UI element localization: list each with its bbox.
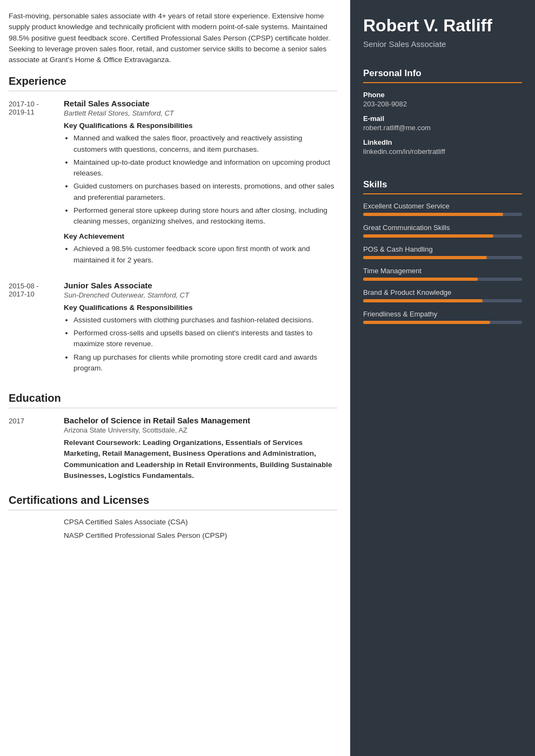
exp-company-1: Bartlett Retail Stores, Stamford, CT [64, 109, 337, 117]
cert-item-1: CPSA Certified Sales Associate (CSA) [9, 518, 337, 526]
skills-container: Excellent Customer Service Great Communi… [363, 202, 522, 324]
exp-bullet: Maintained up-to-date product knowledge … [73, 157, 337, 179]
exp-content-2: Junior Sales Associate Sun-Drenched Oute… [64, 281, 337, 379]
certifications-section: Certifications and Licenses CPSA Certifi… [9, 494, 337, 539]
skill-item-0: Excellent Customer Service [363, 202, 522, 216]
exp-bullets-2: Assisted customers with clothing purchas… [64, 315, 337, 374]
exp-item-2: 2015-08 - 2017-10 Junior Sales Associate… [9, 281, 337, 379]
exp-dates-1: 2017-10 - 2019-11 [9, 99, 57, 271]
edu-content-1: Bachelor of Science in Retail Sales Mana… [64, 416, 337, 481]
phone-value: 203-208-9082 [363, 100, 522, 108]
skill-bar-bg-1 [363, 234, 522, 238]
education-section: Education 2017 Bachelor of Science in Re… [9, 392, 337, 481]
skill-bar-bg-3 [363, 278, 522, 281]
exp-bullet: Assisted customers with clothing purchas… [73, 315, 337, 326]
exp-item-1: 2017-10 - 2019-11 Retail Sales Associate… [9, 99, 337, 271]
exp-content-1: Retail Sales Associate Bartlett Retail S… [64, 99, 337, 271]
skill-name-5: Friendliness & Empathy [363, 310, 522, 318]
personal-info-section: Personal Info Phone 203-208-9082 E-mail … [350, 59, 535, 171]
skill-bar-fill-2 [363, 256, 487, 259]
skill-bar-bg-5 [363, 321, 522, 324]
exp-achievement-heading-1: Key Achievement [64, 232, 337, 240]
exp-bullet: Rang up purchases for clients while prom… [73, 352, 337, 374]
skill-bar-fill-0 [363, 213, 503, 216]
skill-item-2: POS & Cash Handling [363, 245, 522, 259]
edu-item-1: 2017 Bachelor of Science in Retail Sales… [9, 416, 337, 481]
linkedin-value: linkedin.com/in/robertratliff [363, 147, 522, 156]
skill-bar-fill-4 [363, 299, 483, 302]
skill-bar-bg-4 [363, 299, 522, 302]
email-item: E-mail robert.ratliff@me.com [363, 114, 522, 132]
skill-name-3: Time Management [363, 267, 522, 275]
phone-item: Phone 203-208-9082 [363, 91, 522, 108]
experience-section: Experience 2017-10 - 2019-11 Retail Sale… [9, 75, 337, 379]
cert-spacer [9, 518, 57, 526]
skill-name-1: Great Communication Skills [363, 224, 522, 232]
exp-achievement-bullet: Achieved a 98.5% customer feedback score… [73, 244, 337, 266]
linkedin-label: LinkedIn [363, 138, 522, 146]
certifications-title: Certifications and Licenses [9, 494, 337, 510]
skill-name-2: POS & Cash Handling [363, 245, 522, 253]
experience-title: Experience [9, 75, 337, 91]
skill-item-4: Brand & Product Knowledge [363, 288, 522, 302]
cert-item-2: NASP Certified Professional Sales Person… [9, 531, 337, 539]
edu-coursework-1: Relevant Coursework: Leading Organizatio… [64, 437, 337, 481]
exp-qual-heading-2: Key Qualifications & Responsibilities [64, 303, 337, 312]
personal-info-title: Personal Info [363, 68, 522, 83]
exp-job-title-1: Retail Sales Associate [64, 99, 337, 108]
linkedin-item: LinkedIn linkedin.com/in/robertratliff [363, 138, 522, 156]
left-column: Fast-moving, personable sales associate … [0, 0, 350, 756]
exp-bullet: Manned and walked the sales floor, proac… [73, 133, 337, 155]
skill-bar-bg-0 [363, 213, 522, 216]
skill-bar-fill-5 [363, 321, 490, 324]
skill-item-3: Time Management [363, 267, 522, 281]
right-header: Robert V. Ratliff Senior Sales Associate [350, 0, 535, 59]
skill-name-0: Excellent Customer Service [363, 202, 522, 210]
exp-bullets-1: Manned and walked the sales floor, proac… [64, 133, 337, 227]
skills-title: Skills [363, 179, 522, 194]
exp-job-title-2: Junior Sales Associate [64, 281, 337, 290]
exp-achievements-1: Achieved a 98.5% customer feedback score… [64, 244, 337, 266]
skill-bar-fill-3 [363, 278, 478, 281]
skill-item-5: Friendliness & Empathy [363, 310, 522, 324]
candidate-role: Senior Sales Associate [363, 39, 522, 49]
cert-spacer [9, 531, 57, 539]
edu-school-1: Arizona State University, Scottsdale, AZ [64, 426, 337, 434]
candidate-name: Robert V. Ratliff [363, 16, 522, 35]
exp-dates-2: 2015-08 - 2017-10 [9, 281, 57, 379]
edu-year-1: 2017 [9, 416, 57, 481]
skill-bar-bg-2 [363, 256, 522, 259]
summary-text: Fast-moving, personable sales associate … [9, 11, 337, 65]
phone-label: Phone [363, 91, 522, 99]
skills-section: Skills Excellent Customer Service Great … [350, 171, 535, 340]
exp-bullet: Performed cross-sells and upsells based … [73, 328, 337, 350]
exp-qual-heading-1: Key Qualifications & Responsibilities [64, 122, 337, 130]
education-title: Education [9, 392, 337, 408]
email-value: robert.ratliff@me.com [363, 124, 522, 132]
skill-name-4: Brand & Product Knowledge [363, 288, 522, 296]
skill-bar-fill-1 [363, 234, 493, 238]
skill-item-1: Great Communication Skills [363, 224, 522, 238]
cert-text-2: NASP Certified Professional Sales Person… [64, 531, 227, 539]
cert-text-1: CPSA Certified Sales Associate (CSA) [64, 518, 188, 526]
right-column: Robert V. Ratliff Senior Sales Associate… [350, 0, 535, 756]
email-label: E-mail [363, 114, 522, 123]
exp-company-2: Sun-Drenched Outerwear, Stamford, CT [64, 291, 337, 299]
coursework-label: Relevant Coursework: [64, 438, 141, 447]
exp-bullet: Performed general store upkeep during st… [73, 205, 337, 227]
edu-degree-1: Bachelor of Science in Retail Sales Mana… [64, 416, 337, 425]
exp-bullet: Guided customers on purchases based on i… [73, 181, 337, 203]
